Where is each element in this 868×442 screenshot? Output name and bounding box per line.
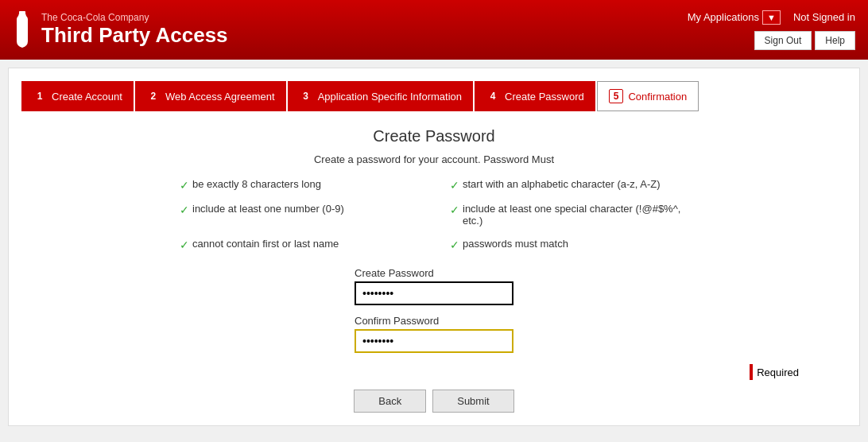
form-area: Create Password Create a password for yo… <box>21 127 847 413</box>
step-4-label: Create Password <box>505 91 584 103</box>
confirm-password-label: Confirm Password <box>355 315 439 327</box>
app-title: Third Party Access <box>41 23 228 48</box>
step-5[interactable]: 5 Confirmation <box>597 81 699 111</box>
create-password-input[interactable] <box>355 281 513 305</box>
step-4[interactable]: 4 Create Password <box>475 81 595 111</box>
create-password-label: Create Password <box>355 267 434 279</box>
wizard-steps: 1 Create Account 2 Web Access Agreement … <box>21 81 847 111</box>
requirements-grid: ✓ be exactly 8 characters long ✓ start w… <box>180 178 688 251</box>
step-2[interactable]: 2 Web Access Agreement <box>135 81 286 111</box>
check-icon-3: ✓ <box>180 204 189 216</box>
header-text: The Coca-Cola Company Third Party Access <box>41 12 228 48</box>
my-applications-label: My Applications <box>688 11 759 23</box>
req-3-text: include at least one number (0-9) <box>192 203 344 215</box>
required-label: Required <box>757 366 799 378</box>
step-3-number: 3 <box>299 90 313 103</box>
step-3-label: Application Specific Information <box>318 91 462 103</box>
required-bar-icon <box>750 364 753 380</box>
check-icon-4: ✓ <box>450 204 459 216</box>
req-2-text: start with an alphabetic character (a-z,… <box>463 178 661 190</box>
coca-cola-bottle-icon <box>13 10 32 50</box>
svg-rect-0 <box>19 11 25 14</box>
step-1-number: 1 <box>33 90 47 103</box>
req-4: ✓ include at least one special character… <box>450 203 688 227</box>
step-5-number: 5 <box>609 89 624 103</box>
sign-out-button[interactable]: Sign Out <box>754 31 812 50</box>
check-icon-1: ✓ <box>180 179 189 192</box>
step-2-label: Web Access Agreement <box>165 91 275 103</box>
step-5-label: Confirmation <box>628 91 687 103</box>
header-buttons: Sign Out Help <box>754 31 855 50</box>
form-title: Create Password <box>21 127 847 145</box>
req-5: ✓ cannot contain first or last name <box>180 238 418 251</box>
my-applications-link[interactable]: My Applications ▼ <box>688 10 781 25</box>
req-5-text: cannot contain first or last name <box>192 238 339 250</box>
sign-in-status: Not Signed in <box>793 11 855 23</box>
back-button[interactable]: Back <box>354 390 426 413</box>
form-subtitle: Create a password for your account. Pass… <box>21 153 847 165</box>
step-1-label: Create Account <box>52 91 122 103</box>
req-6: ✓ passwords must match <box>450 238 688 251</box>
my-applications-dropdown[interactable]: ▼ <box>762 10 781 25</box>
required-section: Required <box>21 364 847 380</box>
req-1: ✓ be exactly 8 characters long <box>180 178 418 192</box>
check-icon-5: ✓ <box>180 238 189 251</box>
check-icon-2: ✓ <box>450 179 459 192</box>
step-3[interactable]: 3 Application Specific Information <box>288 81 473 111</box>
main-content: 1 Create Account 2 Web Access Agreement … <box>8 68 860 426</box>
header-top-right: My Applications ▼ Not Signed in <box>688 10 855 25</box>
req-4-text: include at least one special character (… <box>463 203 688 227</box>
help-button[interactable]: Help <box>815 31 855 50</box>
req-6-text: passwords must match <box>463 238 568 250</box>
company-name: The Coca-Cola Company <box>41 12 228 23</box>
confirm-password-input[interactable] <box>355 329 513 353</box>
step-1[interactable]: 1 Create Account <box>21 81 134 111</box>
check-icon-6: ✓ <box>450 238 459 251</box>
step-2-number: 2 <box>146 90 161 103</box>
req-2: ✓ start with an alphabetic character (a-… <box>450 178 688 192</box>
header-left: The Coca-Cola Company Third Party Access <box>13 10 228 50</box>
confirm-password-field: Confirm Password <box>355 315 513 353</box>
submit-button[interactable]: Submit <box>432 390 513 413</box>
header-right: My Applications ▼ Not Signed in Sign Out… <box>688 10 855 50</box>
req-1-text: be exactly 8 characters long <box>192 178 321 190</box>
action-buttons: Back Submit <box>21 390 847 413</box>
req-3: ✓ include at least one number (0-9) <box>180 203 418 227</box>
inputs-wrapper: Create Password Confirm Password <box>355 267 513 353</box>
header: The Coca-Cola Company Third Party Access… <box>0 0 868 60</box>
create-password-field: Create Password <box>355 267 513 305</box>
step-4-number: 4 <box>486 90 500 103</box>
